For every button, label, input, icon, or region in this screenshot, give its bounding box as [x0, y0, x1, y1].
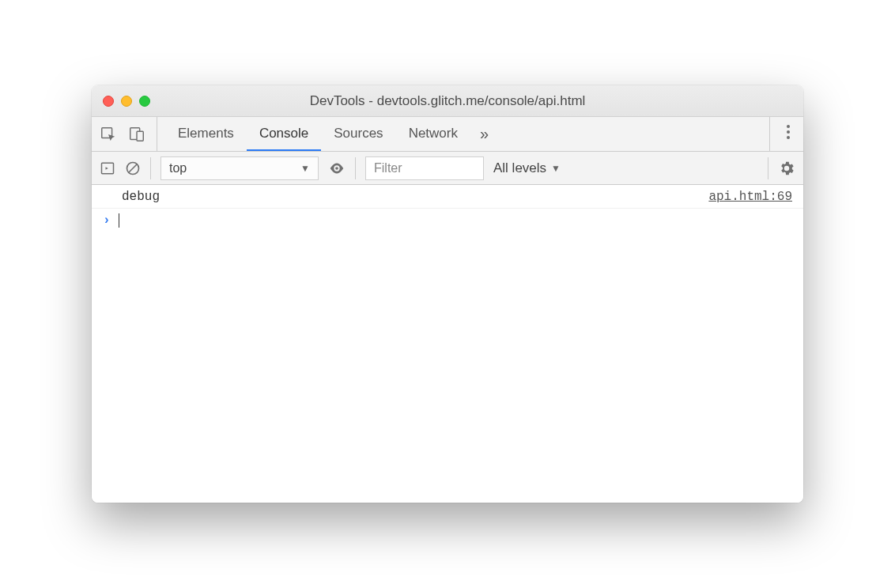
filter-input[interactable]: [365, 156, 484, 180]
tabbar-right: [769, 117, 795, 151]
prompt-cursor: [119, 213, 119, 228]
console-output: debug api.html:69 ›: [92, 185, 803, 503]
execution-context-select[interactable]: top ▼: [160, 156, 319, 180]
traffic-lights: [103, 96, 150, 107]
toolbar-right: [768, 157, 795, 179]
tab-console[interactable]: Console: [247, 117, 321, 151]
minimize-window-button[interactable]: [121, 96, 132, 107]
close-window-button[interactable]: [103, 96, 114, 107]
clear-console-icon[interactable]: [125, 160, 141, 176]
tabs: Elements Console Sources Network »: [165, 117, 498, 151]
tab-bar: Elements Console Sources Network »: [92, 117, 803, 152]
devtools-window: DevTools - devtools.glitch.me/console/ap…: [92, 85, 803, 503]
maximize-window-button[interactable]: [139, 96, 150, 107]
show-console-sidebar-icon[interactable]: [100, 160, 115, 176]
console-toolbar: top ▼ All levels ▼: [92, 152, 803, 185]
console-prompt[interactable]: ›: [92, 209, 803, 232]
execution-context-value: top: [169, 161, 187, 175]
log-levels-label: All levels: [493, 160, 546, 176]
svg-line-8: [129, 164, 137, 172]
svg-point-4: [787, 130, 790, 134]
divider: [768, 157, 768, 179]
window-title: DevTools - devtools.glitch.me/console/ap…: [92, 93, 803, 109]
svg-point-5: [787, 136, 790, 139]
log-message: debug: [122, 190, 160, 204]
tab-elements[interactable]: Elements: [165, 117, 247, 151]
tabs-overflow-button[interactable]: »: [470, 117, 498, 151]
log-source-link[interactable]: api.html:69: [708, 190, 792, 204]
inspect-element-icon[interactable]: [100, 126, 117, 143]
log-levels-select[interactable]: All levels ▼: [493, 160, 561, 176]
chevron-down-icon: ▼: [300, 163, 310, 174]
chevron-down-icon: ▼: [551, 163, 561, 174]
prompt-chevron-icon: ›: [103, 213, 111, 228]
svg-point-3: [787, 125, 790, 128]
tab-sources[interactable]: Sources: [321, 117, 395, 151]
tabbar-left-tools: [100, 117, 157, 151]
svg-point-9: [335, 167, 338, 170]
tab-network[interactable]: Network: [396, 117, 470, 151]
svg-rect-2: [137, 131, 143, 141]
console-settings-icon[interactable]: [778, 160, 795, 177]
device-toolbar-icon[interactable]: [128, 126, 145, 143]
divider: [355, 157, 356, 179]
titlebar: DevTools - devtools.glitch.me/console/ap…: [92, 85, 803, 117]
divider: [150, 157, 151, 179]
kebab-menu-icon[interactable]: [781, 123, 795, 145]
live-expression-icon[interactable]: [328, 160, 346, 177]
log-entry: debug api.html:69: [92, 185, 803, 209]
